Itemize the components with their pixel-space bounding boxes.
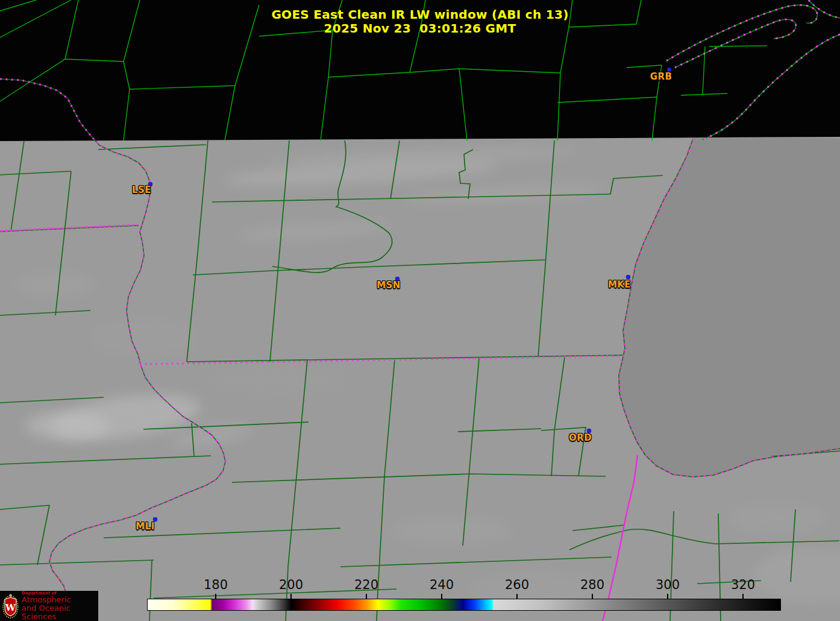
uw-crest-icon: W <box>2 592 19 620</box>
product-title: GOES East Clean IR LW window (ABI ch 13) <box>0 8 840 22</box>
mn-ia-border <box>0 225 137 231</box>
uw-aos-logo: W Department of Atmospheric and Oceanic … <box>0 591 98 621</box>
colorbar-tick <box>592 594 593 599</box>
colorbar-tick <box>516 594 518 599</box>
satellite-map-graphics <box>0 0 840 621</box>
goes-satellite-view: GOES East Clean IR LW window (ABI ch 13)… <box>0 0 840 621</box>
logo-name-line2: and Oceanic Sciences <box>22 604 98 621</box>
timestamp: 2025 Nov 23 03:01:26 GMT <box>0 22 840 36</box>
colorbar-tick-label: 320 <box>731 578 755 592</box>
station-label-mke: MKE <box>608 279 631 290</box>
colorbar-tick <box>366 594 367 599</box>
station-label-lse: LSE <box>132 184 151 195</box>
colorbar-tick <box>667 594 668 599</box>
colorbar-tick-label: 280 <box>580 578 604 592</box>
colorbar-tick-label: 240 <box>430 578 454 592</box>
lake-michigan <box>618 138 840 478</box>
colorbar-tick-label: 220 <box>354 578 378 592</box>
image-title: GOES East Clean IR LW window (ABI ch 13)… <box>0 8 840 36</box>
station-label-grb: GRB <box>650 71 672 82</box>
wi-il-border <box>140 356 624 364</box>
colorbar-tick <box>742 594 744 599</box>
station-label-ord: ORD <box>569 432 592 443</box>
station-label-mli: MLI <box>136 521 154 532</box>
colorbar-tick-label: 300 <box>656 578 680 592</box>
colorbar-tick <box>215 594 216 599</box>
temperature-colorbar <box>147 599 781 611</box>
station-label-msn: MSN <box>377 280 400 291</box>
uw-monogram: W <box>5 602 16 613</box>
logo-name-line1: Atmospheric <box>22 596 98 604</box>
logo-text: Department of Atmospheric and Oceanic Sc… <box>22 591 98 621</box>
station-dot-mke <box>626 275 630 279</box>
colorbar-tick <box>290 594 292 599</box>
colorbar-tick-label: 200 <box>279 578 303 592</box>
colorbar-tick <box>441 594 442 599</box>
colorbar-tick-label: 260 <box>505 578 529 592</box>
colorbar-tick-label: 180 <box>204 578 228 592</box>
